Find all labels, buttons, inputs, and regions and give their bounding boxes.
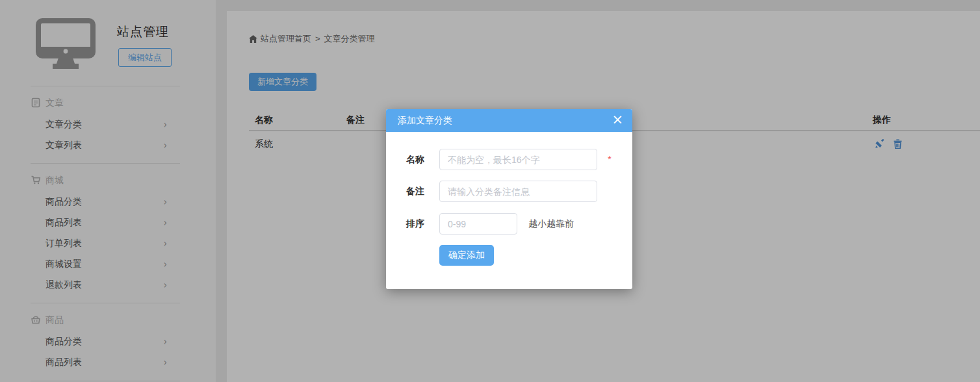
field-label-name: 名称 — [406, 154, 424, 166]
modal-title: 添加文章分类 — [398, 115, 452, 127]
close-icon[interactable]: × — [612, 112, 623, 127]
field-label-sort: 排序 — [406, 218, 424, 230]
add-category-modal: 添加文章分类 × 名称 * 备注 排序 越小越靠前 确定添加 — [386, 109, 632, 289]
sort-input[interactable] — [439, 213, 517, 235]
name-input[interactable] — [439, 149, 597, 170]
required-asterisk: * — [608, 153, 612, 164]
page: 站点管理 编辑站点 文章 文章分类 › 文章列表 › 商城 商品分 — [0, 0, 980, 382]
modal-header: 添加文章分类 × — [386, 109, 632, 132]
confirm-add-button[interactable]: 确定添加 — [439, 245, 494, 266]
field-label-remark: 备注 — [406, 186, 424, 197]
sort-hint: 越小越靠前 — [528, 218, 574, 230]
remark-input[interactable] — [439, 181, 597, 202]
